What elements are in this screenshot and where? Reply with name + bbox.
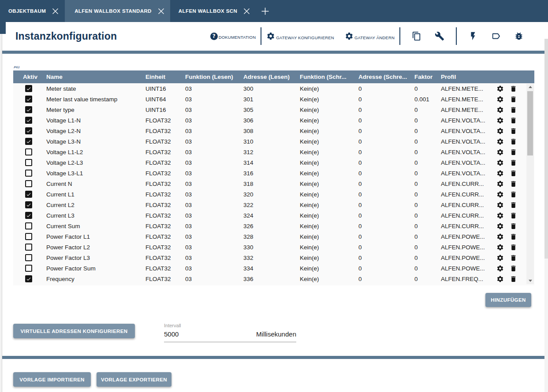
interval-input[interactable]: 5000 (164, 330, 179, 338)
row-delete-icon[interactable] (510, 212, 517, 219)
row-settings-icon[interactable] (496, 180, 504, 188)
row-active-checkbox[interactable] (25, 180, 32, 187)
row-active-checkbox[interactable] (25, 159, 32, 166)
table-row[interactable]: Frequency FLOAT32 03 336 Kein(e) 0 0 ALF… (13, 274, 534, 284)
page-scrollbar[interactable] (544, 39, 548, 392)
table-row[interactable]: Voltage L2-N FLOAT32 03 308 Kein(e) 0 0 … (13, 126, 534, 136)
table-row[interactable]: Current Sum FLOAT32 03 326 Kein(e) 0 0 A… (13, 221, 534, 231)
row-delete-icon[interactable] (510, 85, 517, 92)
table-row[interactable]: Current L1 FLOAT32 03 320 Kein(e) 0 0 AL… (13, 189, 534, 200)
bug-icon[interactable] (507, 31, 530, 41)
gateway-change-button[interactable]: GATEWAY ÄNDERN (345, 32, 395, 41)
table-scrollbar[interactable] (526, 84, 534, 284)
table-row[interactable]: Current L2 FLOAT32 03 322 Kein(e) 0 0 AL… (13, 200, 534, 210)
row-delete-icon[interactable] (510, 138, 517, 145)
row-delete-icon[interactable] (510, 148, 517, 156)
row-delete-icon[interactable] (510, 180, 517, 188)
scroll-down-icon[interactable] (526, 277, 534, 284)
row-delete-icon[interactable] (510, 96, 517, 103)
tab-alfen-wallbox-scn[interactable]: ALFEN WALLBOX SCN (170, 0, 256, 22)
row-active-checkbox[interactable] (25, 233, 32, 240)
table-row[interactable]: Voltage L1-N FLOAT32 03 306 Kein(e) 0 0 … (13, 115, 534, 126)
row-active-checkbox[interactable] (25, 170, 32, 177)
row-active-checkbox[interactable] (25, 191, 32, 198)
row-settings-icon[interactable] (496, 244, 504, 251)
export-template-button[interactable]: VORLAGE EXPORTIEREN (97, 372, 171, 387)
table-row[interactable]: Voltage L3-N FLOAT32 03 310 Kein(e) 0 0 … (13, 136, 534, 147)
table-row[interactable]: Meter last value timestamp UINT64 03 301… (13, 94, 534, 104)
close-tab-icon[interactable] (243, 8, 250, 15)
row-active-checkbox[interactable] (25, 127, 32, 134)
row-active-checkbox[interactable] (25, 275, 32, 282)
row-settings-icon[interactable] (496, 117, 504, 124)
row-active-checkbox[interactable] (25, 96, 32, 103)
copy-icon[interactable] (405, 31, 428, 41)
table-row[interactable]: Power Factor L1 FLOAT32 03 328 Kein(e) 0… (13, 231, 534, 242)
row-active-checkbox[interactable] (25, 138, 32, 145)
row-settings-icon[interactable] (496, 233, 504, 240)
row-settings-icon[interactable] (496, 138, 504, 145)
row-delete-icon[interactable] (510, 159, 517, 166)
page-scrollbar-thumb[interactable] (544, 39, 548, 259)
gateway-configure-button[interactable]: GATEWAY KONFIGURIEREN (266, 32, 334, 41)
row-delete-icon[interactable] (510, 254, 517, 262)
table-scrollbar-thumb[interactable] (527, 91, 533, 155)
row-delete-icon[interactable] (510, 170, 517, 177)
table-row[interactable]: Current N FLOAT32 03 318 Kein(e) 0 0 ALF… (13, 178, 534, 189)
row-active-checkbox[interactable] (25, 254, 32, 261)
row-settings-icon[interactable] (496, 201, 504, 209)
table-row[interactable]: Voltage L1-L2 FLOAT32 03 312 Kein(e) 0 0… (13, 147, 534, 157)
close-tab-icon[interactable] (158, 8, 164, 15)
row-delete-icon[interactable] (510, 201, 517, 209)
row-delete-icon[interactable] (510, 275, 517, 283)
row-active-checkbox[interactable] (25, 148, 32, 155)
lightning-icon[interactable] (462, 31, 485, 41)
row-settings-icon[interactable] (496, 222, 504, 230)
table-row[interactable]: Power Factor L2 FLOAT32 03 330 Kein(e) 0… (13, 242, 534, 252)
row-settings-icon[interactable] (496, 127, 504, 135)
row-delete-icon[interactable] (510, 117, 517, 124)
row-active-checkbox[interactable] (25, 212, 32, 219)
table-row[interactable] (13, 284, 534, 285)
row-settings-icon[interactable] (496, 254, 504, 262)
table-row[interactable]: Power Factor L3 FLOAT32 03 332 Kein(e) 0… (13, 252, 534, 263)
row-active-checkbox[interactable] (25, 222, 32, 229)
tab-alfen-wallbox-standard[interactable]: ALFEN WALLBOX STANDARD (65, 0, 170, 22)
row-delete-icon[interactable] (510, 265, 517, 272)
row-settings-icon[interactable] (496, 212, 504, 219)
row-settings-icon[interactable] (496, 96, 504, 103)
tag-icon[interactable] (485, 31, 507, 41)
virtual-addresses-button[interactable]: VIRTUELLE ADRESSEN KONFIGURIEREN (13, 324, 135, 338)
row-active-checkbox[interactable] (25, 106, 32, 113)
row-settings-icon[interactable] (496, 148, 504, 156)
row-active-checkbox[interactable] (25, 244, 32, 251)
row-settings-icon[interactable] (496, 275, 504, 283)
tab-objektbaum[interactable]: OBJEKTBAUM (0, 0, 65, 22)
table-row[interactable]: Voltage L3-L1 FLOAT32 03 316 Kein(e) 0 0… (13, 168, 534, 178)
row-delete-icon[interactable] (510, 233, 517, 240)
row-settings-icon[interactable] (496, 170, 504, 177)
row-active-checkbox[interactable] (25, 201, 32, 208)
table-row[interactable]: Meter state UINT16 03 300 Kein(e) 0 0 AL… (13, 83, 534, 94)
documentation-button[interactable]: ? DOKUMENTATION (210, 33, 256, 40)
row-delete-icon[interactable] (510, 222, 517, 230)
add-button[interactable]: HINZUFÜGEN (485, 293, 531, 307)
import-template-button[interactable]: VORLAGE IMPORTIEREN (13, 372, 91, 387)
row-settings-icon[interactable] (496, 159, 504, 166)
wrench-icon[interactable] (428, 31, 451, 41)
row-delete-icon[interactable] (510, 191, 517, 198)
add-tab-icon[interactable] (261, 0, 269, 22)
row-delete-icon[interactable] (510, 127, 517, 135)
table-row[interactable]: Power Factor Sum FLOAT32 03 334 Kein(e) … (13, 263, 534, 274)
table-row[interactable]: Current L3 FLOAT32 03 324 Kein(e) 0 0 AL… (13, 210, 534, 221)
row-active-checkbox[interactable] (25, 85, 32, 92)
row-active-checkbox[interactable] (25, 117, 32, 124)
close-tab-icon[interactable] (52, 8, 59, 15)
row-settings-icon[interactable] (496, 191, 504, 198)
row-delete-icon[interactable] (510, 244, 517, 251)
table-row[interactable]: Voltage L2-L3 FLOAT32 03 314 Kein(e) 0 0… (13, 157, 534, 168)
table-row[interactable]: Meter type UINT16 03 305 Kein(e) 0 0 ALF… (13, 104, 534, 115)
row-delete-icon[interactable] (510, 106, 517, 114)
row-settings-icon[interactable] (496, 106, 504, 114)
row-settings-icon[interactable] (496, 85, 504, 92)
